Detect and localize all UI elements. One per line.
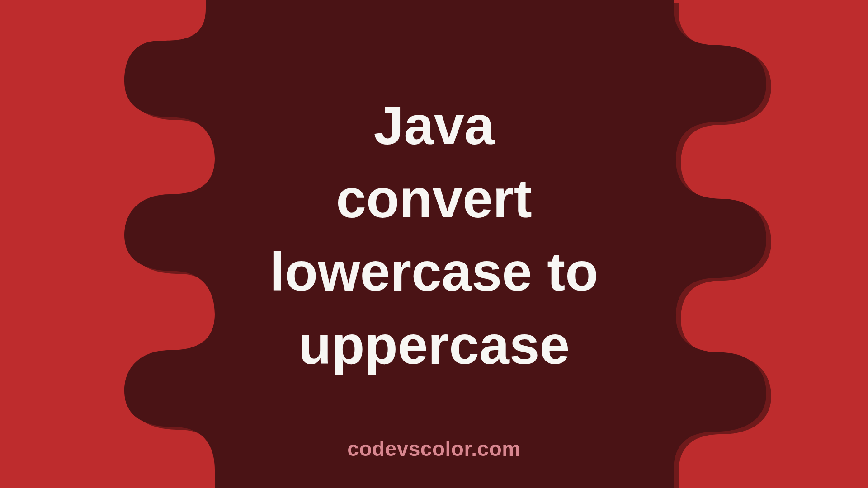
title-line-3: lowercase to bbox=[270, 241, 599, 302]
title-line-4: uppercase bbox=[298, 314, 570, 375]
title-line-2: convert bbox=[336, 168, 532, 229]
banner-title: Java convert lowercase to uppercase bbox=[270, 89, 599, 381]
title-line-1: Java bbox=[374, 95, 495, 155]
content-area: Java convert lowercase to uppercase code… bbox=[0, 0, 868, 488]
watermark-text: codevscolor.com bbox=[347, 436, 520, 461]
